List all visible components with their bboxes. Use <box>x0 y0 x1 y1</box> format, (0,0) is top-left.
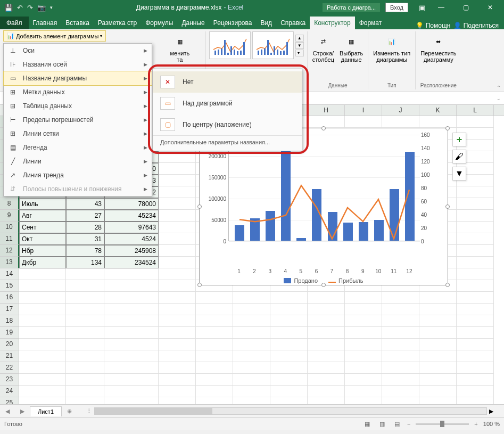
menu-axis-titles[interactable]: ⊪Названия осей▶ <box>4 58 152 71</box>
sheet-nav-right[interactable]: ▶ <box>15 408 30 415</box>
sheet-nav-left[interactable]: ◀ <box>0 408 15 415</box>
share-button[interactable]: 👤 Поделиться <box>453 22 499 29</box>
submenu-more-options[interactable]: Дополнительные параметры названия... <box>153 135 302 149</box>
row-header-24[interactable]: 24 <box>0 386 19 397</box>
tab-home[interactable]: Главная <box>29 17 62 29</box>
camera-icon[interactable]: 📷 <box>37 4 46 12</box>
row-header-16[interactable]: 16 <box>0 292 19 304</box>
zoom-out-button[interactable]: − <box>407 421 410 427</box>
cell-b13[interactable]: 134 <box>66 257 104 268</box>
col-header-k[interactable]: K <box>419 105 457 116</box>
row-header-8[interactable]: 8 <box>0 198 19 210</box>
minimize-button[interactable]: — <box>433 4 450 12</box>
switch-row-column-button[interactable]: ⇄Строка/ столбец <box>311 31 336 64</box>
menu-trendline[interactable]: ↗Линия тренда▶ <box>4 168 152 182</box>
login-button[interactable]: Вход <box>385 3 408 12</box>
zoom-level[interactable]: 100 % <box>483 421 500 427</box>
ribbon-options-icon[interactable]: ▣ <box>419 4 425 12</box>
row-header-12[interactable]: 12 <box>0 245 19 257</box>
row-header-9[interactable]: 9 <box>0 210 19 222</box>
tab-data[interactable]: Данные <box>177 17 209 29</box>
view-page-break-icon[interactable]: ▤ <box>392 420 402 429</box>
cell-c12[interactable]: 245908 <box>104 245 159 257</box>
row-header-19[interactable]: 19 <box>0 327 19 339</box>
maximize-button[interactable]: ▢ <box>457 4 474 12</box>
tab-insert[interactable]: Вставка <box>61 17 94 29</box>
qat-dropdown-icon[interactable]: ▾ <box>50 5 53 10</box>
menu-data-labels[interactable]: ⊞Метки данных▶ <box>4 85 152 99</box>
change-chart-type-button[interactable]: 📊Изменить тип диаграммы <box>371 31 412 64</box>
submenu-none[interactable]: ✕Нет <box>153 71 302 93</box>
cell-c8[interactable]: 78000 <box>104 198 159 210</box>
tell-me-button[interactable]: 💡 Помощн <box>416 22 450 29</box>
zoom-in-button[interactable]: + <box>474 421 477 427</box>
tab-file[interactable]: Файл <box>0 17 29 29</box>
menu-gridlines[interactable]: ⊞Линии сетки▶ <box>4 127 152 141</box>
cell-b10[interactable]: 28 <box>66 222 104 233</box>
menu-legend[interactable]: ▤Легенда▶ <box>4 141 152 154</box>
select-data-button[interactable]: ▦Выбрать данные <box>338 31 365 64</box>
view-page-layout-icon[interactable]: ▥ <box>377 420 387 429</box>
quick-layout-button[interactable]: ▦ менить та <box>169 31 192 64</box>
cell-c9[interactable]: 45234 <box>104 210 159 222</box>
style-more[interactable]: ▾ <box>295 50 304 56</box>
add-chart-element-button[interactable]: 📊 Добавить элемент диаграммы ▾ <box>3 30 106 42</box>
cell-a13[interactable]: Дкбр <box>19 257 66 268</box>
cell-b12[interactable]: 78 <box>66 245 104 257</box>
chart-legend[interactable]: Продано Прибыль <box>200 277 448 284</box>
cell-a12[interactable]: Нбр <box>19 245 66 257</box>
menu-data-table[interactable]: ⊟Таблица данных▶ <box>4 99 152 113</box>
scroll-right-icon[interactable]: ▶ <box>489 408 493 415</box>
tab-view[interactable]: Вид <box>256 17 276 29</box>
cell-a10[interactable]: Сент <box>19 222 66 233</box>
col-header-l[interactable]: L <box>457 105 494 116</box>
submenu-centered-overlay[interactable]: ▢По центру (наложение) <box>153 114 302 135</box>
row-header-13[interactable]: 13 <box>0 257 19 268</box>
collapse-ribbon-icon[interactable]: ⌃ <box>497 85 501 91</box>
cell-a9[interactable]: Авг <box>19 210 66 222</box>
row-header-21[interactable]: 21 <box>0 350 19 362</box>
embedded-chart[interactable]: Продано Прибыль 050000100000150000200000… <box>199 128 448 285</box>
cell-b9[interactable]: 27 <box>66 210 104 222</box>
tab-chart-design[interactable]: Конструктор <box>310 17 354 29</box>
menu-error-bars[interactable]: ⊢Пределы погрешностей▶ <box>4 113 152 127</box>
col-header-i[interactable]: I <box>345 105 382 116</box>
cell-a11[interactable]: Окт <box>19 233 66 245</box>
save-icon[interactable]: 💾 <box>4 4 13 12</box>
cell-c13[interactable]: 234524 <box>104 257 159 268</box>
cell-a8[interactable]: Июль <box>19 198 66 210</box>
close-button[interactable]: ✕ <box>482 4 499 12</box>
sheet-tab-1[interactable]: Лист1 <box>30 406 62 416</box>
tab-formulas[interactable]: Формулы <box>141 17 177 29</box>
cell-b11[interactable]: 31 <box>66 233 104 245</box>
view-normal-icon[interactable]: ▦ <box>362 420 372 429</box>
row-header-18[interactable]: 18 <box>0 315 19 327</box>
menu-lines[interactable]: ╱Линии▶ <box>4 154 152 168</box>
tab-review[interactable]: Рецензирова <box>209 17 257 29</box>
menu-chart-title[interactable]: ▭Название диаграммы▶ <box>3 71 152 86</box>
horizontal-scrollbar[interactable] <box>94 407 487 415</box>
row-header-15[interactable]: 15 <box>0 280 19 292</box>
new-sheet-button[interactable]: ⊕ <box>62 408 77 415</box>
expand-formula-icon[interactable]: ⌄ <box>493 96 504 101</box>
style-scroll-up[interactable]: ▲ <box>295 35 304 42</box>
row-header-25[interactable]: 25 <box>0 397 19 404</box>
row-header-17[interactable]: 17 <box>0 304 19 315</box>
cell-c11[interactable]: 4524 <box>104 233 159 245</box>
move-chart-button[interactable]: ⬌Переместить диаграмму <box>419 31 458 64</box>
submenu-above-chart[interactable]: ▭Над диаграммой <box>153 93 302 114</box>
cell-c10[interactable]: 97643 <box>104 222 159 233</box>
col-header-j[interactable]: J <box>382 105 419 116</box>
style-scroll-down[interactable]: ▼ <box>295 42 304 49</box>
chart-style-2[interactable] <box>252 31 294 59</box>
menu-axes[interactable]: ⊥Оси▶ <box>4 44 152 58</box>
row-header-10[interactable]: 10 <box>0 222 19 233</box>
col-header-h[interactable]: H <box>308 105 345 116</box>
tab-help[interactable]: Справка <box>276 17 310 29</box>
redo-icon[interactable]: ↷ <box>27 4 33 12</box>
zoom-slider[interactable] <box>416 423 469 425</box>
row-header-20[interactable]: 20 <box>0 339 19 350</box>
undo-icon[interactable]: ↶ <box>17 4 23 12</box>
chart-elements-button[interactable]: + <box>452 133 466 146</box>
tab-chart-format[interactable]: Формат <box>355 17 386 29</box>
